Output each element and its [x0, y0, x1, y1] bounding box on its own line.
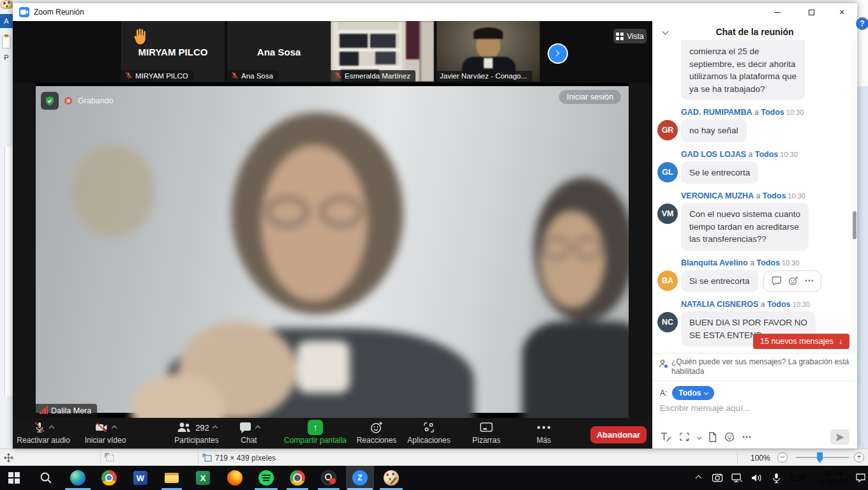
start-video-button[interactable]: Iniciar vídeo: [70, 420, 140, 448]
recording-indicator-icon: [64, 97, 72, 105]
message-bubble: Se le entrecorta: [681, 161, 758, 184]
emoji-icon[interactable]: [724, 432, 735, 442]
screen-record-tray-icon[interactable]: [710, 466, 725, 490]
zoom-app-icon: [19, 7, 29, 17]
chat-scrollbar-track[interactable]: [851, 40, 857, 353]
taskbar-paint-icon[interactable]: [384, 470, 399, 486]
muted-mic-icon: [334, 71, 342, 80]
add-reaction-icon[interactable]: [788, 276, 798, 286]
taskbar-zoom-icon[interactable]: Z: [352, 470, 368, 486]
muted-mic-icon: [33, 421, 46, 434]
participant-tile-miryam[interactable]: MIRYAM PILCO MIRYAM PILCO: [121, 21, 225, 82]
chat-message: GAD. RUMIPAMBA a Todos10:30 GR no hay se…: [652, 108, 857, 142]
search-icon[interactable]: [38, 470, 54, 486]
participant-name-label: MIRYAM PILCO: [121, 70, 193, 82]
desktop: A P ? 719 × 439 píxeles 100% − + Zoom Re…: [0, 0, 868, 490]
taskbar-obs-icon[interactable]: [321, 470, 336, 486]
tray-date: 11/9/2023: [818, 478, 848, 486]
zoom-in-button[interactable]: +: [854, 452, 864, 463]
participants-count: 292: [195, 423, 209, 433]
avatar: GR: [657, 120, 678, 140]
next-participants-button[interactable]: [549, 45, 567, 63]
send-message-button[interactable]: [830, 429, 849, 445]
participant-tile-esmeralda[interactable]: Esmeralda Martínez: [331, 21, 434, 82]
participant-display-name: Ana Sosa: [227, 47, 331, 57]
screenshot-icon[interactable]: [679, 432, 690, 442]
chat-message: comienza el 25 de septiembre, es decir a…: [652, 40, 857, 100]
paint-file-menu[interactable]: A: [0, 14, 13, 28]
share-screen-icon: ↑: [308, 420, 323, 435]
clock[interactable]: 10:3411/9/2023: [812, 466, 854, 490]
audio-options-chevron[interactable]: [49, 426, 54, 431]
participant-tile-javier[interactable]: Javier Narváez - Conago...: [437, 21, 540, 82]
view-button[interactable]: Vista: [613, 29, 647, 43]
attach-file-icon[interactable]: [708, 432, 717, 442]
paint-canvas: [5, 147, 13, 396]
start-button[interactable]: [6, 470, 22, 486]
chat-button[interactable]: Chat: [214, 420, 284, 448]
chat-compose-area: A: Todos: [652, 381, 857, 449]
share-screen-button[interactable]: ↑ Compartir pantalla: [280, 420, 350, 448]
arrow-down-icon: ↓: [839, 337, 842, 346]
chat-options-chevron[interactable]: [255, 426, 260, 431]
image-size-icon: [202, 453, 213, 463]
action-center-icon[interactable]: [853, 466, 868, 490]
more-button[interactable]: Más: [509, 420, 579, 448]
taskbar-firefox-icon[interactable]: [227, 470, 243, 486]
taskbar-explorer-icon[interactable]: [164, 470, 179, 486]
taskbar-word-icon[interactable]: W: [133, 470, 148, 486]
paint-paste-icon[interactable]: [2, 36, 11, 48]
leave-meeting-button[interactable]: Abandonar: [590, 426, 647, 443]
sign-in-button[interactable]: Iniciar sesión: [559, 90, 621, 104]
zoom-level-value: 100%: [751, 454, 770, 463]
maximize-button[interactable]: [802, 3, 821, 21]
security-shield-button[interactable]: [41, 92, 59, 110]
compose-more-icon[interactable]: [742, 436, 751, 438]
participant-name-label: Javier Narváez - Conago...: [437, 71, 532, 82]
network-tray-icon[interactable]: [729, 466, 744, 490]
chat-scrollbar-thumb[interactable]: [853, 211, 857, 239]
message-hover-actions: [763, 271, 821, 292]
muted-mic-icon: [124, 71, 133, 80]
taskbar-spotify-icon[interactable]: [258, 470, 274, 486]
taskbar-edge-icon[interactable]: [70, 470, 86, 486]
volume-tray-icon[interactable]: [748, 466, 765, 490]
selection-size-icon: [105, 453, 115, 463]
more-dots-icon: [537, 426, 551, 429]
video-options-chevron[interactable]: [112, 426, 117, 431]
message-input[interactable]: [660, 403, 849, 417]
chat-message-list[interactable]: comienza el 25 de septiembre, es decir a…: [652, 40, 857, 353]
close-button[interactable]: ×: [832, 3, 851, 21]
zoom-out-button[interactable]: −: [777, 452, 788, 463]
taskbar-excel-icon[interactable]: X: [195, 470, 211, 486]
recipient-label: A:: [660, 389, 667, 397]
taskbar-chrome-icon[interactable]: [101, 470, 117, 486]
language-indicator[interactable]: ESP: [788, 466, 809, 490]
participant-tile-ana[interactable]: Ana Sosa Ana Sosa: [227, 21, 331, 82]
main-video: Grabando Iniciar sesión Dalila Mera: [36, 83, 629, 418]
unmute-button[interactable]: Reactivar audio: [8, 420, 79, 448]
reply-icon[interactable]: [771, 276, 782, 285]
muted-mic-icon: [230, 71, 239, 80]
title-bar: Zoom Reunión ×: [13, 3, 857, 21]
message-header: VERONICA MUZHA a Todos10:30: [681, 191, 857, 200]
chat-panel: Chat de la reunión comienza el 25 de sep…: [652, 21, 857, 449]
more-options-icon[interactable]: [805, 279, 814, 282]
apps-icon: [423, 421, 435, 434]
format-text-icon[interactable]: [660, 432, 671, 442]
zoom-slider-thumb[interactable]: [817, 452, 823, 463]
chat-privacy-notice: ¿Quién puede ver sus mensajes? La grabac…: [652, 353, 857, 381]
new-messages-badge[interactable]: 15 nuevos mensajes↓: [753, 334, 849, 349]
taskbar-chrome-profile-icon[interactable]: [290, 470, 305, 486]
video-art: [36, 86, 629, 413]
recipient-selector[interactable]: Todos: [672, 386, 714, 400]
message-header: Blanquita Avelino a Todos10:30: [681, 258, 857, 267]
capture-options-chevron[interactable]: [697, 434, 701, 439]
microphone-tray-icon[interactable]: [768, 466, 784, 490]
raised-hand-icon: [131, 27, 148, 48]
hidden-icons-chevron[interactable]: [692, 466, 705, 490]
minimize-button[interactable]: [768, 3, 787, 21]
view-grid-icon: [616, 33, 624, 40]
avatar: GL: [657, 162, 678, 182]
paint-help-button[interactable]: ?: [856, 17, 868, 30]
